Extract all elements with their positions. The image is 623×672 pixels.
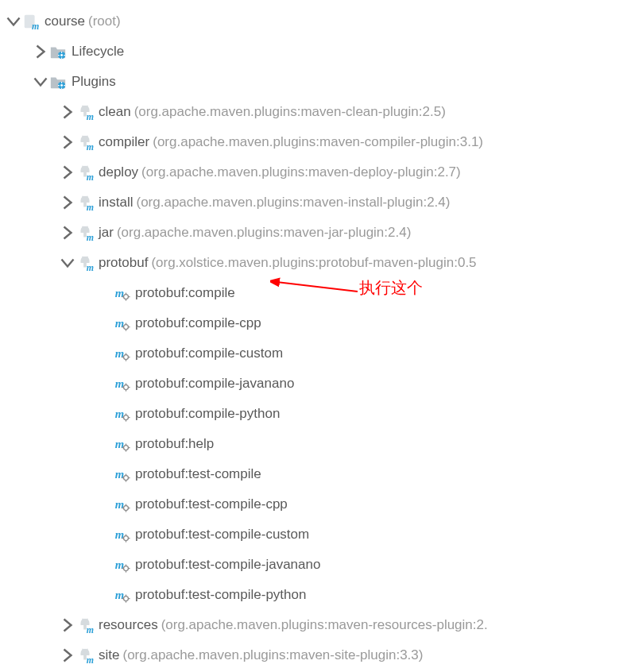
plugin-resources[interactable]: m resources(org.apache.maven.plugins:mav… <box>6 610 623 640</box>
svg-point-3 <box>60 54 63 56</box>
plugin-protobuf[interactable]: m protobuf(org.xolstice.maven.plugins:pr… <box>6 248 623 278</box>
svg-point-87 <box>124 536 129 541</box>
chevron-right-icon <box>60 648 75 662</box>
maven-goal-icon: m <box>113 315 130 332</box>
plugin-name: site <box>99 647 119 663</box>
chevron-down-icon <box>60 256 75 270</box>
folder-gear-icon <box>49 73 67 91</box>
goal-label: protobuf:compile-python <box>135 406 280 422</box>
svg-text:m: m <box>87 624 94 634</box>
maven-goal-icon: m <box>113 375 130 392</box>
plugin-detail: (org.apache.maven.plugins:maven-compiler… <box>153 134 483 150</box>
goal-label: protobuf:compile-cpp <box>135 315 261 331</box>
maven-goal-icon: m <box>113 526 130 543</box>
svg-point-99 <box>124 597 129 601</box>
tree-root[interactable]: m course (root) <box>6 6 623 37</box>
chevron-right-icon <box>60 105 75 119</box>
root-suffix: (root) <box>88 14 121 29</box>
plugin-detail: (org.apache.maven.plugins:maven-jar-plug… <box>117 225 411 241</box>
plugin-detail: (org.apache.maven.plugins:maven-site-plu… <box>122 647 423 663</box>
goal-label: protobuf:test-compile-cpp <box>135 496 288 512</box>
goal-protobuf-compile-custom[interactable]: m protobuf:compile-custom <box>6 338 623 369</box>
plugin-name: resources <box>99 617 158 633</box>
goal-protobuf-compile-cpp[interactable]: m protobuf:compile-cpp <box>6 308 623 338</box>
goal-protobuf-test-compile-custom[interactable]: m protobuf:test-compile-custom <box>6 519 623 550</box>
goal-protobuf-compile[interactable]: m protobuf:compile <box>6 278 623 308</box>
svg-rect-27 <box>87 196 88 200</box>
plugin-name: deploy <box>99 164 138 180</box>
goal-label: protobuf:compile-javanano <box>135 376 294 392</box>
chevron-right-icon <box>60 165 75 180</box>
plugin-name: jar <box>99 225 114 241</box>
goal-label: protobuf:help <box>135 436 214 452</box>
goal-protobuf-test-compile[interactable]: m protobuf:test-compile <box>6 459 623 489</box>
goal-protobuf-test-compile-javanano[interactable]: m protobuf:test-compile-javanano <box>6 550 623 580</box>
svg-rect-14 <box>82 106 83 110</box>
svg-rect-108 <box>82 649 83 653</box>
svg-text:m: m <box>87 141 94 151</box>
svg-rect-109 <box>87 649 88 653</box>
svg-point-93 <box>124 566 129 571</box>
maven-goal-icon: m <box>113 556 130 574</box>
maven-plugin-icon: m <box>76 616 94 634</box>
maven-goal-icon: m <box>113 465 130 483</box>
svg-rect-19 <box>87 136 88 140</box>
svg-point-57 <box>124 385 129 390</box>
tree-plugins[interactable]: Plugins <box>6 67 623 97</box>
plugin-site[interactable]: m site(org.apache.maven.plugins:maven-si… <box>6 640 623 670</box>
svg-rect-105 <box>87 619 88 623</box>
svg-rect-31 <box>87 226 88 230</box>
svg-text:m: m <box>87 232 94 241</box>
svg-rect-18 <box>82 136 83 140</box>
plugin-clean[interactable]: m clean(org.apache.maven.plugins:maven-c… <box>6 97 623 127</box>
goal-protobuf-compile-javanano[interactable]: m protobuf:compile-javanano <box>6 369 623 399</box>
svg-text:m: m <box>87 202 94 211</box>
svg-point-45 <box>124 325 129 330</box>
goal-protobuf-test-compile-python[interactable]: m protobuf:test-compile-python <box>6 580 623 610</box>
goal-protobuf-compile-python[interactable]: m protobuf:compile-python <box>6 399 623 429</box>
maven-goal-icon: m <box>113 586 130 604</box>
goal-label: protobuf:compile <box>135 285 235 301</box>
svg-text:m: m <box>32 21 39 30</box>
lifecycle-label: Lifecycle <box>72 44 124 60</box>
svg-rect-15 <box>87 106 88 110</box>
maven-goal-icon: m <box>113 345 130 362</box>
chevron-right-icon <box>60 195 75 210</box>
svg-rect-22 <box>82 166 83 170</box>
goal-label: protobuf:test-compile-custom <box>135 527 309 543</box>
maven-goal-icon: m <box>113 435 130 453</box>
tree-lifecycle[interactable]: Lifecycle <box>6 37 623 67</box>
goal-protobuf-help[interactable]: m protobuf:help <box>6 429 623 459</box>
goal-protobuf-test-compile-cpp[interactable]: m protobuf:test-compile-cpp <box>6 489 623 519</box>
svg-point-63 <box>124 415 129 420</box>
maven-goal-icon: m <box>113 496 130 513</box>
maven-plugin-icon: m <box>76 224 94 241</box>
svg-point-69 <box>124 446 129 450</box>
goal-label: protobuf:test-compile <box>135 466 261 482</box>
svg-point-9 <box>60 84 63 87</box>
svg-rect-34 <box>82 257 83 261</box>
plugin-name: compiler <box>99 134 149 150</box>
plugin-detail: (org.xolstice.maven.plugins:protobuf-mav… <box>151 255 476 271</box>
maven-project-icon: m <box>22 13 40 30</box>
root-name: course <box>44 14 85 29</box>
chevron-right-icon <box>60 618 75 632</box>
plugin-compiler[interactable]: m compiler(org.apache.maven.plugins:mave… <box>6 127 623 157</box>
folder-gear-icon <box>49 43 67 60</box>
plugin-install[interactable]: m install(org.apache.maven.plugins:maven… <box>6 187 623 218</box>
maven-goal-icon: m <box>113 284 130 302</box>
plugin-detail: (org.apache.maven.plugins:maven-install-… <box>136 195 450 210</box>
plugin-name: install <box>99 195 133 210</box>
chevron-right-icon <box>60 135 75 149</box>
svg-point-51 <box>124 355 129 360</box>
plugins-label: Plugins <box>72 74 116 90</box>
svg-rect-35 <box>87 257 88 261</box>
maven-plugin-icon: m <box>76 647 94 664</box>
plugin-name: protobuf <box>99 255 148 271</box>
plugin-deploy[interactable]: m deploy(org.apache.maven.plugins:maven-… <box>6 157 623 187</box>
plugin-detail: (org.apache.maven.plugins:maven-deploy-p… <box>141 164 461 180</box>
plugin-jar[interactable]: m jar(org.apache.maven.plugins:maven-jar… <box>6 218 623 248</box>
maven-plugin-icon: m <box>76 194 94 211</box>
svg-text:m: m <box>87 655 94 664</box>
goal-label: protobuf:test-compile-javanano <box>135 557 320 573</box>
